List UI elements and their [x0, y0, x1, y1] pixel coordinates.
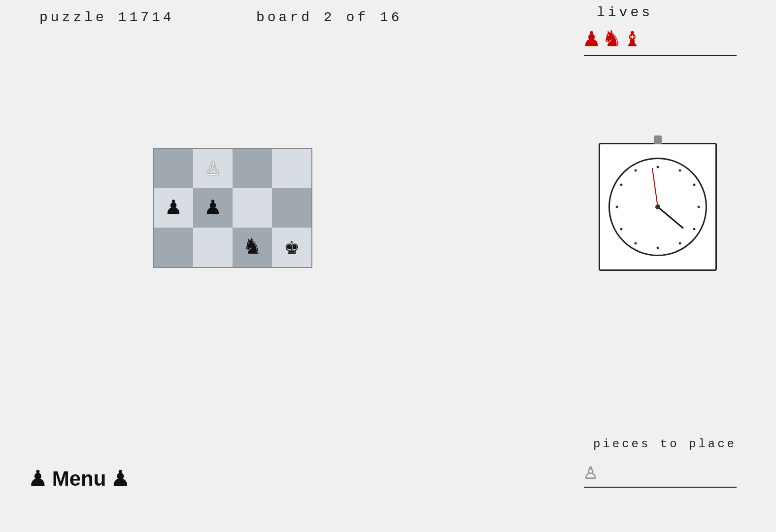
cell-r1c0[interactable]: ♟ [154, 188, 193, 228]
life-piece-knight: ♞ [604, 27, 619, 53]
piece-black-king-r2c3: ♚ [284, 235, 299, 260]
menu-left-icon: ♟ [30, 465, 46, 493]
puzzle-label: puzzle 11714 [39, 10, 174, 25]
lives-area: ♟ ♞ ♝ [584, 27, 737, 56]
to-place-pawn: ♙ [584, 462, 598, 484]
cell-r1c1[interactable]: ♟ [193, 188, 233, 228]
menu-right-icon: ♟ [112, 465, 129, 493]
life-piece-bishop: ♝ [625, 27, 640, 53]
menu-button[interactable]: Menu [52, 467, 106, 491]
life-piece-pawn: ♟ [584, 27, 599, 53]
clock-face [608, 158, 707, 256]
cell-r2c3[interactable]: ♚ [272, 228, 311, 267]
hour-hand [657, 206, 684, 229]
piece-black-pawn-r1c0: ♟ [166, 196, 181, 220]
cell-r2c0[interactable] [154, 228, 193, 267]
cell-r0c2[interactable] [233, 149, 272, 188]
cell-r0c1[interactable]: ♙ [193, 149, 233, 188]
lives-label: lives [597, 5, 653, 20]
piece-white-pawn-r0c1: ♙ [205, 156, 220, 181]
cell-r2c1[interactable] [193, 228, 233, 267]
board-label: board 2 of 16 [256, 10, 402, 25]
cell-r1c3[interactable] [272, 188, 311, 228]
pieces-to-place-label: pieces to place [593, 437, 737, 451]
menu-area[interactable]: ♟ Menu ♟ [30, 465, 129, 493]
cell-r0c3[interactable] [272, 149, 311, 188]
center-dot [655, 204, 660, 209]
pieces-to-place-area: ♙ [584, 462, 737, 488]
cell-r1c2[interactable] [233, 188, 272, 228]
chess-board[interactable]: ♙ ♟ ♟ ♞ ♚ [153, 148, 312, 268]
stopwatch [599, 143, 717, 271]
cell-r2c2[interactable]: ♞ [233, 228, 272, 267]
cell-r0c0[interactable] [154, 149, 193, 188]
second-hand [652, 168, 658, 207]
piece-black-pawn-r1c1: ♟ [205, 196, 220, 220]
piece-black-knight-r2c2: ♞ [245, 235, 260, 260]
timer-area [599, 143, 717, 271]
